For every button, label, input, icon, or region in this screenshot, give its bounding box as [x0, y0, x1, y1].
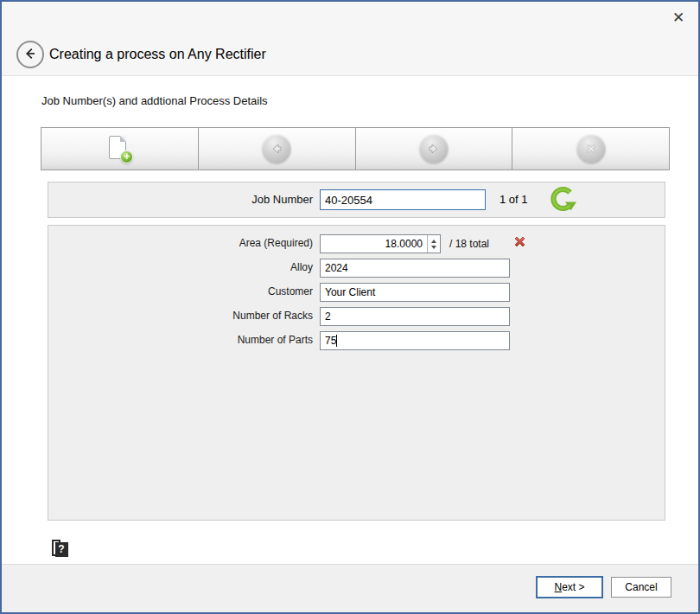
area-label: Area (Required) [48, 237, 313, 249]
area-field [320, 234, 441, 253]
dialog-window: ✕ Creating a process on Any Rectifier Jo… [0, 0, 700, 614]
parts-label: Number of Parts [48, 334, 313, 346]
arrow-right-circle-icon [419, 134, 449, 163]
close-icon: ✕ [672, 9, 684, 27]
help-button[interactable] [41, 528, 60, 548]
arrow-left-circle-icon [262, 134, 291, 163]
circle-x-icon [576, 134, 606, 163]
racks-label: Number of Racks [48, 310, 313, 322]
area-input[interactable] [320, 234, 441, 253]
next-job-button[interactable] [356, 128, 513, 169]
alloy-input[interactable] [320, 259, 510, 278]
document-plus-icon [108, 136, 130, 162]
delete-job-button[interactable] [510, 233, 529, 253]
spinner-up-icon[interactable] [431, 240, 436, 243]
alloy-label: Alloy [48, 261, 313, 273]
window-close-button[interactable]: ✕ [667, 7, 690, 28]
next-button-mnemonic: N [554, 581, 562, 593]
racks-input[interactable] [320, 307, 510, 326]
job-number-input[interactable] [320, 189, 486, 210]
customer-input[interactable] [320, 283, 510, 302]
refresh-button[interactable] [546, 184, 579, 217]
job-position-indicator: 1 of 1 [500, 193, 528, 206]
job-number-panel: Job Number 1 of 1 [48, 182, 665, 218]
remove-job-button[interactable] [512, 128, 669, 169]
page-title: Creating a process on Any Rectifier [49, 47, 266, 62]
refresh-green-icon [547, 184, 578, 218]
back-arrow-icon [22, 46, 38, 64]
next-button[interactable]: Next > [536, 576, 603, 598]
dialog-header: ✕ Creating a process on Any Rectifier [2, 2, 698, 76]
add-job-button[interactable] [41, 128, 199, 169]
back-button[interactable] [16, 41, 44, 68]
job-number-label: Job Number [48, 193, 313, 206]
previous-job-button[interactable] [199, 128, 356, 169]
job-toolbar [41, 127, 670, 170]
section-heading: Job Number(s) and addtional Process Deta… [41, 94, 268, 107]
process-details-panel: Area (Required) / 18 total [48, 225, 665, 521]
dialog-footer: Next > Cancel [2, 564, 698, 612]
cancel-button[interactable]: Cancel [611, 577, 671, 598]
customer-label: Customer [48, 285, 313, 297]
spinner-down-icon[interactable] [431, 246, 436, 249]
area-spinner [427, 235, 440, 253]
red-x-icon [512, 240, 528, 253]
area-total-text: / 18 total [449, 238, 489, 250]
next-button-label: ext > [562, 581, 584, 593]
parts-field [320, 331, 510, 350]
parts-input[interactable] [320, 331, 510, 350]
text-caret [336, 335, 337, 347]
